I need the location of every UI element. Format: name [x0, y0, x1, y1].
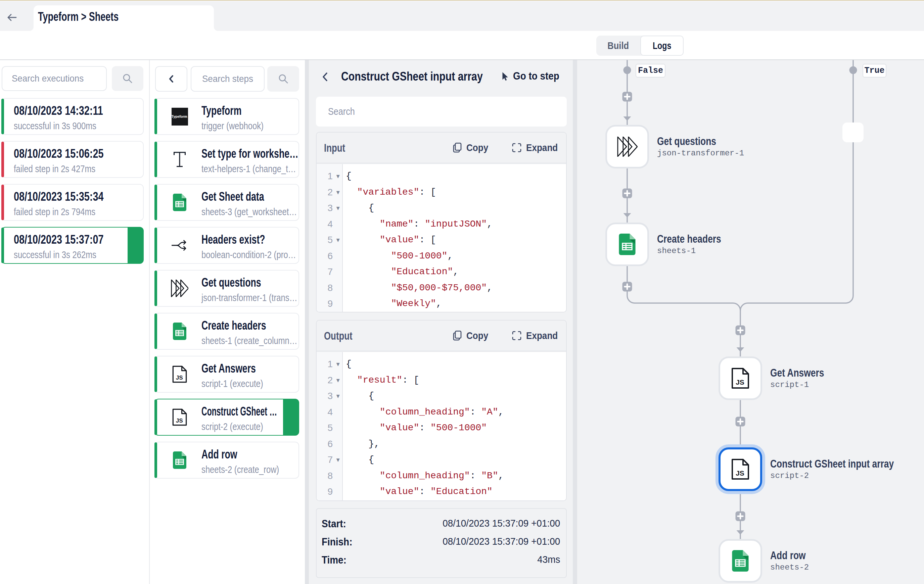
svg-text:JS: JS — [736, 469, 744, 477]
svg-text:JS: JS — [176, 374, 183, 381]
svg-text:JS: JS — [736, 378, 744, 386]
svg-text:JS: JS — [176, 417, 183, 424]
